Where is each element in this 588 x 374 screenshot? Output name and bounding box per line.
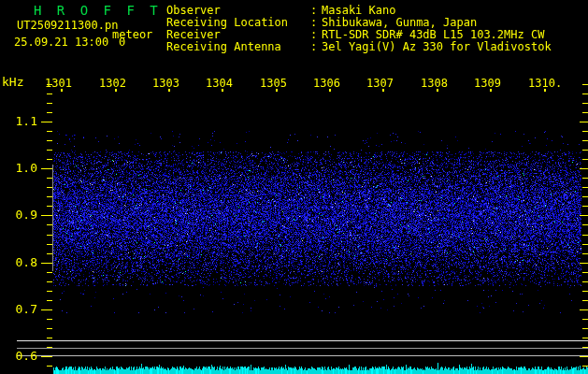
y-tick-mark-right <box>582 131 588 132</box>
y-tick-mark-left <box>47 281 52 282</box>
y-tick-label: 0.9 <box>2 208 37 222</box>
x-tick-mark <box>382 89 384 92</box>
y-tick-mark-left <box>47 140 52 141</box>
y-tick-mark-right <box>582 244 588 245</box>
y-tick-mark-right <box>582 319 588 320</box>
y-tick-label: 0.6 <box>2 349 37 363</box>
y-tick-mark-right <box>582 338 588 338</box>
y-tick-mark-left <box>47 319 52 320</box>
x-tick-mark <box>437 89 438 92</box>
y-tick-mark-left <box>47 291 52 292</box>
x-tick-mark <box>490 89 492 92</box>
y-tick-label: 1.0 <box>2 161 37 175</box>
y-tick-mark-right <box>582 206 588 207</box>
y-tick-mark-right <box>580 215 588 216</box>
y-tick-mark-right <box>582 253 588 254</box>
info-colon: : <box>310 41 322 53</box>
x-tick-mark <box>168 89 170 92</box>
y-tick-mark-right <box>582 178 588 179</box>
hrofft-screen: H R O F F T UT2509211300.pn meteor 25.09… <box>0 0 588 374</box>
x-tick-mark <box>329 89 331 92</box>
spectrogram-canvas <box>0 0 588 374</box>
x-tick-mark <box>115 89 117 92</box>
info-value: 3el Yagi(V) Az 330 for Vladivostok <box>322 41 552 53</box>
y-tick-mark-left <box>47 94 52 94</box>
x-tick-label: 1308 <box>421 77 448 90</box>
y-tick-mark-right <box>582 94 588 94</box>
x-tick-mark <box>222 89 223 92</box>
y-tick-mark-right <box>582 366 588 367</box>
x-tick-label: 1309 <box>474 77 501 90</box>
y-tick-mark-right <box>582 272 588 273</box>
y-tick-mark-right <box>580 356 588 357</box>
y-tick-mark-right <box>582 235 588 236</box>
y-tick-mark-left <box>47 150 52 151</box>
y-tick-mark-right <box>582 103 588 104</box>
y-tick-mark-right <box>580 122 588 122</box>
x-tick-label: 1305 <box>260 77 287 90</box>
y-tick-mark-left <box>41 263 52 264</box>
y-tick-mark-right <box>582 291 588 292</box>
meteor-count: 0 <box>119 36 125 49</box>
y-tick-mark-left <box>47 159 52 160</box>
x-tick-label: 1303 <box>152 77 179 90</box>
y-tick-mark-right <box>580 263 588 264</box>
x-tick-label: 1307 <box>366 77 394 90</box>
y-tick-mark-left <box>41 122 52 122</box>
y-tick-mark-left <box>47 366 52 367</box>
y-tick-mark-left <box>47 84 52 85</box>
y-tick-mark-right <box>582 84 588 85</box>
x-tick-label: 1302 <box>99 77 126 90</box>
x-tick-label: 1310. <box>528 77 562 90</box>
x-tick-label: 1304 <box>206 77 233 90</box>
y-axis-unit: kHz <box>2 75 23 89</box>
y-tick-label: 0.8 <box>2 255 37 269</box>
y-tick-mark-left <box>47 328 52 329</box>
info-row-antenna: Receiving Antenna:3el Yagi(V) Az 330 for… <box>166 41 552 53</box>
x-tick-mark <box>544 89 546 92</box>
x-tick-mark <box>61 89 63 92</box>
y-tick-mark-right <box>582 159 588 160</box>
y-tick-label: 1.1 <box>2 114 37 128</box>
y-tick-mark-right <box>580 309 588 310</box>
y-tick-mark-right <box>580 168 588 169</box>
x-tick-label: 1306 <box>313 77 340 90</box>
y-tick-mark-right <box>582 187 588 188</box>
separator-line-middle <box>17 348 588 349</box>
y-tick-mark-right <box>582 112 588 113</box>
observation-datetime: 25.09.21 13:00 <box>14 36 108 49</box>
y-tick-mark-right <box>582 328 588 329</box>
y-tick-mark-left <box>41 168 52 169</box>
y-tick-mark-right <box>582 224 588 225</box>
spectrogram-left-edge-line <box>52 165 53 271</box>
y-tick-label: 0.7 <box>2 302 37 316</box>
y-tick-mark-left <box>41 309 52 310</box>
y-tick-mark-left <box>41 215 52 216</box>
y-tick-mark-left <box>47 103 52 104</box>
y-tick-mark-left <box>47 131 52 132</box>
separator-line-bottom <box>17 355 588 356</box>
y-tick-mark-right <box>582 300 588 301</box>
y-tick-mark-left <box>41 356 52 357</box>
y-tick-mark-right <box>582 196 588 197</box>
output-filename: UT2509211300.pn <box>17 19 118 32</box>
info-label: Receiving Antenna <box>166 41 310 53</box>
y-tick-mark-right <box>582 281 588 282</box>
separator-line-top <box>17 340 588 341</box>
y-tick-mark-right <box>582 150 588 151</box>
y-tick-mark-left <box>47 272 52 273</box>
station-info-block: Observer:Masaki Kano Receiving Location:… <box>166 5 552 53</box>
x-tick-label: 1301 <box>45 77 72 90</box>
y-tick-mark-left <box>47 300 52 301</box>
y-tick-mark-left <box>47 338 52 338</box>
y-tick-mark-left <box>47 112 52 113</box>
y-tick-mark-right <box>582 140 588 141</box>
x-tick-mark <box>276 89 278 92</box>
app-title: H R O F F T <box>34 3 162 18</box>
